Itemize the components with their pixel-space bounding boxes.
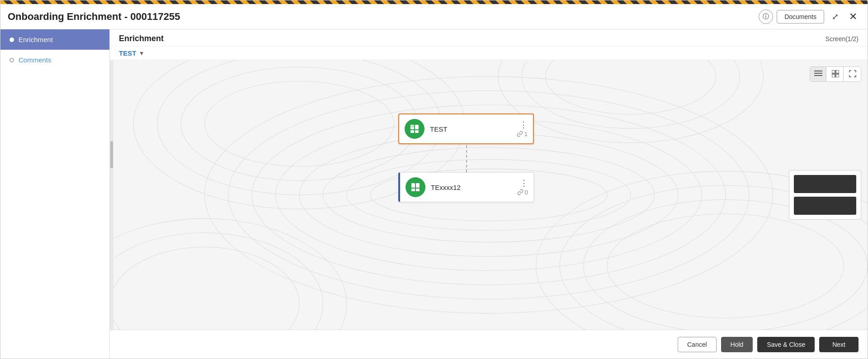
expand-view-button[interactable] — [844, 67, 861, 81]
dropdown-trigger[interactable]: TEST ▼ — [119, 49, 144, 57]
header: Onboarding Enrichment - 000117255 ⓘ Docu… — [0, 4, 868, 29]
node-menu-icon-texxxx12[interactable]: ⋮ — [520, 179, 528, 187]
svg-rect-31 — [410, 130, 414, 133]
sidebar: Enrichment Comments — [0, 29, 110, 359]
sidebar-item-enrichment[interactable]: Enrichment — [0, 29, 109, 50]
svg-point-18 — [110, 247, 299, 330]
node-connector — [466, 145, 467, 172]
dropdown-text: TEST — [119, 49, 136, 57]
expand-arrows-icon — [849, 70, 856, 79]
svg-rect-33 — [411, 126, 412, 126]
svg-rect-39 — [411, 189, 415, 191]
svg-rect-32 — [415, 130, 419, 133]
svg-rect-30 — [415, 125, 419, 129]
node-link-count-test: 1 — [524, 131, 528, 137]
hold-button[interactable]: Hold — [721, 337, 753, 352]
close-icon: ✕ — [849, 11, 857, 23]
node-card-test[interactable]: TEST ⋮ 1 — [398, 113, 534, 144]
node-label-texxxx12: TExxxx12 — [431, 184, 517, 191]
grid-view-button[interactable] — [827, 67, 844, 81]
right-panel-btn-2[interactable] — [794, 197, 856, 215]
content-header: Enrichment Screen(1/2) — [110, 29, 868, 47]
scrollbar-thumb[interactable] — [110, 141, 113, 168]
node-link-count-texxxx12: 0 — [525, 189, 528, 196]
sidebar-dot-comments — [9, 58, 14, 62]
footer: Cancel Hold Save & Close Next — [110, 330, 868, 359]
node-actions-test: ⋮ 1 — [517, 121, 528, 137]
svg-rect-37 — [411, 183, 415, 188]
next-button[interactable]: Next — [819, 337, 859, 352]
svg-point-15 — [607, 214, 844, 318]
sidebar-label-comments: Comments — [19, 56, 52, 64]
canvas-area: .topo { fill: none; stroke: #aaa; stroke… — [110, 60, 868, 330]
sidebar-label-enrichment: Enrichment — [19, 36, 53, 43]
sidebar-item-comments[interactable]: Comments — [0, 50, 109, 70]
list-icon — [814, 71, 822, 78]
node-card-texxxx12[interactable]: TExxxx12 ⋮ 0 — [398, 172, 534, 202]
svg-point-20 — [522, 60, 740, 128]
view-controls — [810, 66, 861, 82]
svg-rect-25 — [832, 70, 835, 73]
section-title: Enrichment — [119, 34, 164, 43]
node-link-texxxx12[interactable]: 0 — [517, 189, 528, 196]
main-content: Enrichment Screen(1/2) TEST ▼ .topo { fi… — [110, 29, 868, 359]
nodes-container: TEST ⋮ 1 — [398, 113, 534, 144]
node-icon-texxxx12 — [406, 177, 425, 197]
svg-point-21 — [546, 60, 716, 114]
node-link-test[interactable]: 1 — [517, 131, 528, 137]
documents-button[interactable]: Documents — [777, 10, 824, 24]
sidebar-dot-enrichment — [9, 38, 14, 42]
scrollbar-track — [110, 60, 113, 330]
grid-icon — [832, 70, 839, 79]
svg-rect-36 — [413, 127, 414, 127]
svg-rect-40 — [416, 189, 420, 191]
node-actions-texxxx12: ⋮ 0 — [517, 179, 528, 196]
svg-rect-34 — [413, 126, 414, 126]
expand-icon: ⤢ — [832, 12, 839, 22]
svg-point-16 — [110, 218, 347, 330]
expand-button[interactable]: ⤢ — [828, 9, 842, 24]
node-icon-test — [405, 119, 425, 139]
header-actions: ⓘ Documents ⤢ ✕ — [759, 9, 860, 24]
svg-rect-27 — [832, 74, 835, 77]
svg-rect-22 — [814, 71, 822, 71]
svg-rect-38 — [416, 183, 420, 188]
body: Enrichment Comments Enrichment Screen(1/… — [0, 29, 868, 359]
right-panel-btn-1[interactable] — [794, 175, 856, 193]
page-title: Onboarding Enrichment - 000117255 — [8, 11, 180, 23]
list-view-button[interactable] — [810, 67, 826, 81]
node-menu-icon-test[interactable]: ⋮ — [519, 121, 528, 129]
node-label-test: TEST — [430, 125, 517, 133]
svg-rect-35 — [411, 127, 412, 127]
save-close-button[interactable]: Save & Close — [757, 337, 815, 352]
svg-point-10 — [181, 67, 418, 180]
right-panel — [789, 170, 861, 220]
cancel-button[interactable]: Cancel — [678, 337, 717, 352]
svg-rect-28 — [836, 74, 839, 77]
info-button[interactable]: ⓘ — [759, 9, 773, 24]
svg-rect-23 — [814, 73, 822, 74]
warning-strip — [0, 0, 868, 4]
info-icon: ⓘ — [763, 13, 769, 21]
svg-rect-26 — [836, 70, 839, 73]
svg-point-11 — [205, 81, 394, 167]
svg-point-19 — [498, 60, 764, 143]
chevron-down-icon: ▼ — [139, 50, 144, 57]
close-button[interactable]: ✕ — [846, 9, 860, 24]
svg-rect-24 — [814, 75, 822, 76]
content-subheader: TEST ▼ — [110, 47, 868, 60]
screen-label: Screen(1/2) — [826, 35, 859, 43]
